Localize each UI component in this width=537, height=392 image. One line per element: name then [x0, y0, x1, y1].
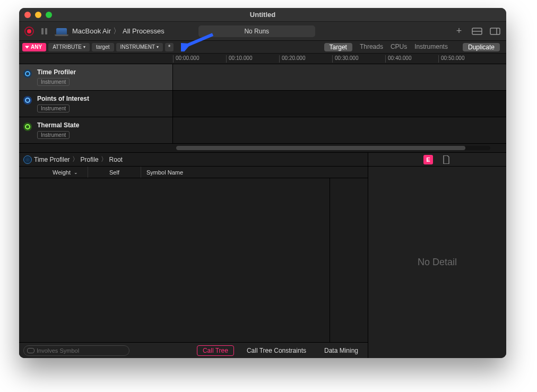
timeline-region: 00:00.000 00:10.000 00:20.000 00:30.000 … — [19, 54, 506, 153]
window-title: Untitled — [250, 11, 275, 19]
record-button[interactable] — [24, 27, 34, 36]
track-header[interactable]: Thermal State Instrument — [19, 117, 173, 143]
filter-instrument-pill[interactable]: INSTRUMENT▾ — [116, 43, 163, 51]
app-window: Untitled MacBook Air 〉 All Processes No … — [19, 8, 506, 358]
sort-chevron-down-icon: ⌄ — [74, 170, 78, 175]
add-instrument-button[interactable] — [453, 27, 465, 36]
run-selector-label: No Runs — [244, 28, 269, 35]
breadcrumb-item[interactable]: Time Profiler — [34, 156, 70, 163]
data-mining-button[interactable]: Data Mining — [319, 346, 363, 355]
pause-button[interactable] — [39, 27, 49, 36]
minimize-window-button[interactable] — [35, 12, 41, 18]
duplicate-button[interactable]: Duplicate — [463, 43, 500, 51]
track-lane[interactable] — [173, 64, 506, 90]
window-controls — [24, 8, 52, 21]
call-tree-constraints-button[interactable]: Call Tree Constraints — [241, 346, 311, 355]
track-title: Time Profiler — [37, 68, 76, 76]
run-selector[interactable]: No Runs — [198, 25, 315, 37]
track-lane[interactable] — [173, 91, 506, 117]
breadcrumb: Time Profiler 〉 Profile 〉 Root — [19, 153, 368, 167]
track-badge[interactable]: Instrument — [37, 104, 70, 112]
scope-tab-target[interactable]: Target — [324, 43, 352, 51]
filter-attribute-pill[interactable]: ATTRIBUTE▾ — [48, 43, 90, 51]
timeline-scroll-row — [19, 144, 506, 152]
filter-bar: ANY ATTRIBUTE▾ target INSTRUMENT▾ * Targ… — [19, 41, 506, 54]
time-profiler-icon — [23, 155, 32, 164]
titlebar: Untitled — [19, 8, 506, 22]
detail-left-pane: Time Profiler 〉 Profile 〉 Root Weight ⌄ … — [19, 153, 368, 358]
inspector-tabs: E — [368, 153, 506, 167]
column-header-symbol-name[interactable]: Symbol Name — [141, 167, 368, 178]
breadcrumb-item[interactable]: Root — [109, 156, 123, 163]
filter-any-pill[interactable]: ANY — [22, 43, 46, 51]
timeline-scrollbar[interactable] — [176, 146, 490, 150]
column-headers: Weight ⌄ Self Symbol Name — [19, 167, 368, 178]
device-icon — [56, 28, 67, 34]
scope-tab-instruments[interactable]: Instruments — [414, 43, 448, 51]
track-title: Points of Interest — [37, 95, 89, 102]
track-time-profiler[interactable]: Time Profiler Instrument — [19, 64, 506, 91]
no-detail-label: No Detail — [368, 167, 506, 358]
toolbar: MacBook Air 〉 All Processes No Runs — [19, 22, 506, 41]
scope-tab-cpus[interactable]: CPUs — [391, 43, 407, 51]
input-filter-placeholder: Involves Symbol — [37, 347, 79, 354]
column-header-weight[interactable]: Weight ⌄ — [19, 167, 88, 178]
track-title: Thermal State — [37, 121, 79, 129]
ruler-tick: 00:30.000 — [332, 55, 359, 63]
thermal-state-icon — [23, 123, 32, 131]
input-filter[interactable]: Involves Symbol — [23, 345, 129, 356]
tracks: Time Profiler Instrument Points of Inter… — [19, 64, 506, 144]
filter-wildcard-pill[interactable]: * — [165, 43, 174, 51]
scope-tabs: Target Threads CPUs Instruments Duplicat… — [324, 43, 503, 51]
chevron-right-icon: 〉 — [72, 155, 79, 164]
call-tree-button[interactable]: Call Tree — [197, 345, 234, 356]
target-selector[interactable]: MacBook Air 〉 All Processes — [72, 27, 164, 36]
zoom-window-button[interactable] — [46, 12, 52, 18]
detail-area: Time Profiler 〉 Profile 〉 Root Weight ⌄ … — [19, 153, 506, 358]
breadcrumb-item[interactable]: Profile — [81, 156, 99, 163]
bottom-bar: Involves Symbol Call Tree Call Tree Cons… — [19, 342, 368, 358]
view-options-button[interactable] — [471, 27, 483, 36]
inspector-tab-extended[interactable]: E — [423, 155, 433, 164]
close-window-button[interactable] — [24, 12, 31, 18]
time-profiler-icon — [23, 69, 32, 78]
filter-target-pill[interactable]: target — [92, 43, 114, 51]
call-tree-body[interactable] — [19, 178, 368, 342]
scope-tab-threads[interactable]: Threads — [360, 43, 383, 51]
ruler-tick: 00:20.000 — [279, 55, 306, 63]
inspector-toggle-button[interactable] — [489, 27, 501, 36]
inspector-pane: E No Detail — [368, 153, 506, 358]
device-name: MacBook Air — [72, 27, 111, 35]
track-header[interactable]: Time Profiler Instrument — [19, 64, 173, 90]
track-header[interactable]: Points of Interest Instrument — [19, 91, 173, 117]
chevron-right-icon: 〉 — [101, 155, 107, 164]
track-thermal-state[interactable]: Thermal State Instrument — [19, 117, 506, 144]
ruler-tick: 00:00.000 — [173, 55, 200, 63]
track-badge[interactable]: Instrument — [37, 78, 70, 86]
ruler-tick: 00:40.000 — [385, 55, 412, 63]
chevron-right-icon: 〉 — [113, 27, 120, 36]
points-of-interest-icon — [23, 96, 32, 104]
track-points-of-interest[interactable]: Points of Interest Instrument — [19, 91, 506, 117]
inspector-tab-run-info[interactable] — [441, 155, 451, 164]
svg-rect-2 — [490, 28, 500, 34]
column-header-self[interactable]: Self — [88, 167, 141, 178]
process-name: All Processes — [123, 27, 164, 35]
time-ruler[interactable]: 00:00.000 00:10.000 00:20.000 00:30.000 … — [19, 54, 506, 64]
track-lane[interactable] — [173, 117, 506, 143]
track-badge[interactable]: Instrument — [37, 131, 70, 139]
timeline-scrollbar-thumb[interactable] — [176, 146, 465, 150]
ruler-tick: 00:50.000 — [438, 55, 465, 63]
ruler-tick: 00:10.000 — [226, 55, 253, 63]
